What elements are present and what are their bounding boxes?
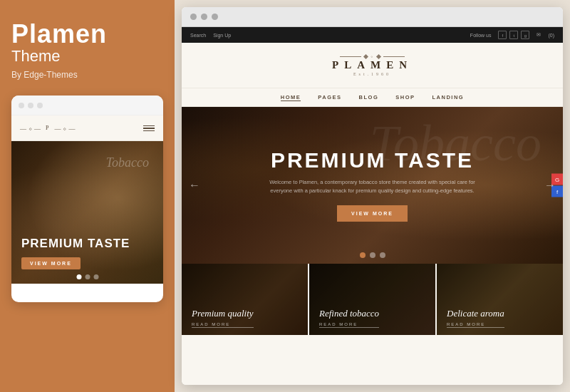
nav-item-blog[interactable]: BLOG — [359, 94, 379, 100]
card3-text: Delicate aroma READ MORE — [447, 308, 504, 328]
browser-dot-3 — [212, 14, 218, 20]
card3-title: Delicate aroma — [447, 308, 504, 319]
ornament-text: ⬦ — [370, 54, 374, 58]
card1-title: Premium quality — [192, 308, 254, 319]
signup-label: Sign Up — [213, 33, 231, 38]
mock-view-more-button[interactable]: VIEW MORE — [21, 257, 81, 269]
browser-dot-2 — [201, 14, 207, 20]
hamburger-icon[interactable] — [143, 125, 155, 132]
social-icon-2: t — [509, 31, 518, 39]
topbar-right: Follow us f t g ✉ (0) — [470, 31, 554, 39]
mock-dot-3 — [93, 274, 98, 279]
card-refined-tobacco: Refined tobacco READ MORE — [309, 264, 437, 335]
site-logo-text: PLAMEN — [332, 59, 413, 71]
card-delicate-aroma: Delicate aroma READ MORE — [437, 264, 563, 335]
ornament-diamond-left — [363, 53, 368, 58]
mock-dot-1 — [19, 103, 24, 108]
card2-title: Refined tobacco — [319, 308, 379, 319]
browser-window: Search Sign Up Follow us f t g ✉ (0) — [182, 7, 563, 385]
mock-hero-title: PREMIUM TASTE — [21, 237, 130, 251]
hero-title: PREMIUM TASTE — [271, 150, 474, 171]
mock-italic-overlay: Tobacco — [106, 155, 149, 170]
brand-subtitle: Theme — [11, 47, 60, 66]
hero-description: Welcome to Plamen, a contemporary tobacc… — [259, 178, 487, 195]
cart-label: (0) — [548, 33, 554, 38]
mock-hero: Tobacco PREMIUM TASTE VIEW MORE — [11, 141, 163, 284]
site-navbar: ⬦ PLAMEN Est.1960 — [182, 43, 563, 88]
search-label: Search — [190, 33, 206, 38]
right-panel: Search Sign Up Follow us f t g ✉ (0) — [175, 0, 570, 392]
site-hero: Tobacco ← PREMIUM TASTE Welcome to Plame… — [182, 107, 563, 264]
hero-dots — [360, 252, 385, 258]
hero-content: PREMIUM TASTE Welcome to Plamen, a conte… — [259, 150, 487, 222]
mock-dot-2 — [85, 274, 90, 279]
hero-view-more-button[interactable]: VIEW MORE — [337, 205, 408, 222]
social-icon-3: g — [521, 31, 529, 39]
site-nav-menu: HOME PAGES BLOG SHOP LANDING — [182, 88, 563, 107]
mock-logo: —⬦— P —⬦— — [20, 125, 77, 132]
topbar-left: Search Sign Up — [190, 33, 231, 38]
mock-header: —⬦— P —⬦— — [11, 115, 163, 141]
browser-dot-1 — [190, 14, 197, 20]
card1-read-more[interactable]: READ MORE — [192, 322, 254, 328]
hero-dot-2 — [370, 252, 375, 258]
nav-item-pages[interactable]: PAGES — [318, 94, 341, 100]
follow-label: Follow us — [470, 33, 492, 38]
left-panel: Plamen Theme By Edge-Themes —⬦— P —⬦— To… — [0, 0, 175, 392]
browser-chrome — [182, 7, 563, 27]
mock-dot-3 — [37, 103, 43, 108]
nav-item-shop[interactable]: SHOP — [395, 94, 415, 100]
logo-ornament-top: ⬦ — [340, 54, 405, 58]
brand-title: Plamen — [11, 21, 107, 47]
mock-browser-bar — [11, 96, 163, 115]
mobile-preview: —⬦— P —⬦— Tobacco PREMIUM TASTE VIEW MOR… — [11, 96, 163, 302]
card-premium-quality: Premium quality READ MORE — [182, 264, 309, 335]
cart-icon: ✉ — [537, 32, 541, 38]
hero-next-button[interactable]: → — [544, 179, 556, 192]
ornament-line-right — [383, 56, 405, 57]
card1-text: Premium quality READ MORE — [192, 308, 254, 328]
brand-by: By Edge-Themes — [11, 70, 78, 80]
cards-row: Premium quality READ MORE Refined tobacc… — [182, 264, 563, 335]
hero-dot-1 — [360, 252, 366, 258]
mock-dot-active — [76, 274, 81, 279]
card2-text: Refined tobacco READ MORE — [319, 308, 379, 328]
nav-item-home[interactable]: HOME — [281, 94, 301, 101]
ornament-line-left — [340, 56, 361, 57]
ornament-diamond-right — [376, 53, 381, 58]
social-icon-1: f — [498, 31, 507, 39]
nav-item-landing[interactable]: LANDING — [432, 94, 464, 100]
hero-dot-3 — [380, 252, 385, 258]
mock-dot-2 — [28, 103, 33, 108]
hero-prev-button[interactable]: ← — [189, 179, 200, 192]
site-topbar: Search Sign Up Follow us f t g ✉ (0) — [182, 27, 563, 43]
card3-read-more[interactable]: READ MORE — [447, 322, 504, 328]
site-logo: ⬦ PLAMEN Est.1960 — [332, 54, 413, 76]
browser-content: Search Sign Up Follow us f t g ✉ (0) — [182, 27, 563, 385]
card2-read-more[interactable]: READ MORE — [319, 322, 379, 328]
social-icons: f t g — [498, 31, 529, 39]
mock-dots-row — [76, 274, 98, 279]
site-logo-est: Est.1960 — [353, 72, 391, 76]
